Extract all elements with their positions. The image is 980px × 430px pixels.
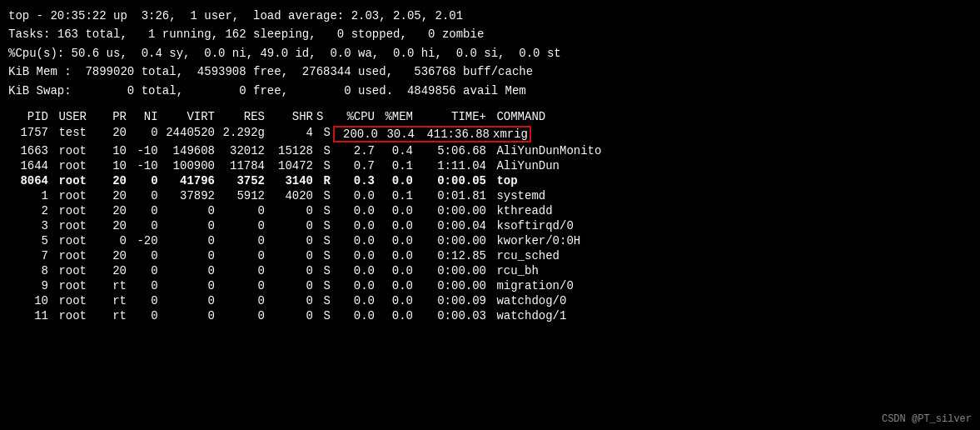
cell-res: 0 xyxy=(218,309,268,322)
cell-time: 0:12.85 xyxy=(415,249,490,262)
col-cpu-header: %CPU xyxy=(333,110,378,123)
cell-mem: 0.4 xyxy=(378,144,415,158)
cell-cmd: rcu_sched xyxy=(490,249,972,262)
cell-s: S xyxy=(316,204,333,218)
cell-shr: 0 xyxy=(268,234,316,248)
cell-s: S xyxy=(316,189,333,202)
cell-cmd: watchdog/0 xyxy=(490,294,972,308)
header-section: top - 20:35:22 up 3:26, 1 user, load ave… xyxy=(8,7,972,100)
col-s-header: S xyxy=(316,110,333,123)
cell-pr: 20 xyxy=(105,174,130,188)
cell-ni: 0 xyxy=(130,279,158,292)
table-row: 1644 root 10 -10 100900 1178410472 S 0.7… xyxy=(8,158,972,173)
header-line2: Tasks: 163 total, 1 running, 162 sleepin… xyxy=(8,25,972,43)
cell-user: root xyxy=(52,189,105,202)
col-cmd-header: COMMAND xyxy=(490,110,972,123)
cell-ni: 0 xyxy=(130,204,158,218)
watermark: CSDN @PT_silver xyxy=(882,413,972,425)
header-line1: top - 20:35:22 up 3:26, 1 user, load ave… xyxy=(8,7,972,25)
cell-cpu: 0.0 xyxy=(333,294,378,308)
cell-cmd: AliYunDunMonito xyxy=(490,144,972,158)
cell-s: S xyxy=(316,249,333,262)
highlighted-region: 200.030.4411:36.88xmrig xyxy=(333,126,531,142)
cell-pr: rt xyxy=(105,309,130,322)
table-row: 1757 test 20 024405202.292g 4 S200.030.4… xyxy=(8,125,972,143)
cell-s: S xyxy=(316,294,333,308)
cell-user: root xyxy=(52,294,105,308)
process-table: PID USER PR NI VIRT RES SHR S %CPU %MEM … xyxy=(8,108,972,323)
table-row: 9 root rt 0 0 0 0 S 0.0 0.0 0:00.00 migr… xyxy=(8,278,972,293)
cell-time: 0:00.00 xyxy=(415,264,490,278)
cell-s: S xyxy=(316,159,333,172)
cell-cpu: 0.0 xyxy=(333,189,378,202)
cell-res: 0 xyxy=(218,249,268,262)
cell-shr: 0 xyxy=(268,294,316,308)
cell-time: 0:00.09 xyxy=(415,294,490,308)
cell-virt: 0 xyxy=(158,249,218,262)
cell-pr: 0 xyxy=(105,234,130,248)
cell-res: 3752 xyxy=(218,174,268,188)
cell-pid: 5 xyxy=(8,234,52,248)
cell-shr: 3140 xyxy=(268,174,316,188)
col-ni-header: NI xyxy=(130,110,158,123)
cell-res: 2.292g xyxy=(218,126,268,142)
cell-user: root xyxy=(52,159,105,172)
cell-virt: 0 xyxy=(158,264,218,278)
cell-pid: 7 xyxy=(8,249,52,262)
cell-pr: rt xyxy=(105,279,130,292)
cell-cmd: AliYunDun xyxy=(490,159,972,172)
table-row: 7 root 20 0 0 0 0 S 0.0 0.0 0:12.85 rcu_… xyxy=(8,248,972,263)
cell-user: root xyxy=(52,249,105,262)
cell-user: root xyxy=(52,309,105,322)
cell-mem: 0.0 xyxy=(378,219,415,232)
cell-s: S xyxy=(316,279,333,292)
cell-shr: 0 xyxy=(268,249,316,262)
cell-mem: 0.0 xyxy=(378,234,415,248)
cell-mem: 0.0 xyxy=(378,174,415,188)
cell-virt: 0 xyxy=(158,204,218,218)
col-pr-header: PR xyxy=(105,110,130,123)
cell-s: S xyxy=(316,234,333,248)
cell-user: root xyxy=(52,279,105,292)
cell-mem: 0.0 xyxy=(378,279,415,292)
cell-cpu: 0.0 xyxy=(333,219,378,232)
table-header-row: PID USER PR NI VIRT RES SHR S %CPU %MEM … xyxy=(8,108,972,125)
cell-time: 0:00.00 xyxy=(415,204,490,218)
cell-pid: 1663 xyxy=(8,144,52,158)
table-row: 11 root rt 0 0 0 0 S 0.0 0.0 0:00.03 wat… xyxy=(8,308,972,323)
cell-pr: 20 xyxy=(105,264,130,278)
cell-pr: 20 xyxy=(105,249,130,262)
cell-virt: 149608 xyxy=(158,144,218,158)
cell-cpu: 2.7 xyxy=(333,144,378,158)
col-mem-header: %MEM xyxy=(378,110,415,123)
cell-ni: 0 xyxy=(130,294,158,308)
cell-res: 0 xyxy=(218,204,268,218)
cell-pid: 3 xyxy=(8,219,52,232)
cell-cpu: 0.0 xyxy=(333,234,378,248)
cell-ni: 0 xyxy=(130,249,158,262)
cell-virt: 0 xyxy=(158,309,218,322)
col-virt-header: VIRT xyxy=(158,110,218,123)
cell-shr: 0 xyxy=(268,264,316,278)
cell-virt: 0 xyxy=(158,234,218,248)
cell-shr: 10472 xyxy=(268,159,316,172)
cell-res: 0 xyxy=(218,279,268,292)
cell-cpu: 0.3 xyxy=(333,174,378,188)
cell-ni: 0 xyxy=(130,219,158,232)
cell-pid: 8064 xyxy=(8,174,52,188)
cell-pid: 9 xyxy=(8,279,52,292)
col-shr-header: SHR xyxy=(268,110,316,123)
cell-pid: 10 xyxy=(8,294,52,308)
cell-time: 0:01.81 xyxy=(415,189,490,202)
table-row: 2 root 20 0 0 0 0 S 0.0 0.0 0:00.00 kthr… xyxy=(8,203,972,218)
cell-s: R xyxy=(316,174,333,188)
cell-pr: 20 xyxy=(105,126,130,142)
cell-time: 0:00.05 xyxy=(415,174,490,188)
cell-ni: 0 xyxy=(130,264,158,278)
cell-cmd: top xyxy=(490,174,972,188)
cell-mem: 30.4 xyxy=(381,128,418,141)
cell-ni: 0 xyxy=(130,309,158,322)
cell-time: 0:00.00 xyxy=(415,234,490,248)
table-row: 8064 root 20 0 41796 3752 3140 R 0.3 0.0… xyxy=(8,173,972,188)
cell-virt: 100900 xyxy=(158,159,218,172)
